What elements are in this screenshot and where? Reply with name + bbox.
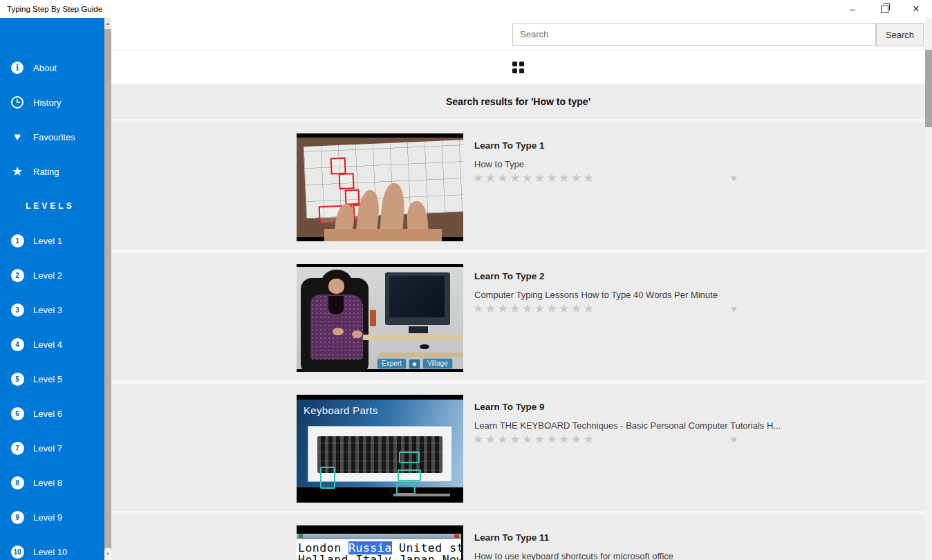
close-icon: × <box>913 3 919 15</box>
results-header: Search results for 'How to type' <box>446 96 590 107</box>
thumbnail-photo: Keyboard Parts <box>297 400 463 487</box>
sidebar-item-level-9[interactable]: 9 Level 9 <box>0 500 104 534</box>
favourite-heart-icon[interactable]: ♥ <box>731 172 737 184</box>
result-subtitle: Computer Typing Lessons How to Type 40 W… <box>474 290 718 300</box>
thumbnail-photo <box>297 138 463 237</box>
level-2-icon: 2 <box>10 268 24 282</box>
view-toolbar <box>111 50 925 84</box>
result-title[interactable]: Learn To Type 1 <box>474 140 545 151</box>
thumbnail-photo: London Russia United st Holland Italy Ja… <box>297 534 463 560</box>
rating-stars[interactable]: ★★★★★★★★★★ <box>473 301 595 316</box>
result-row: London Russia United st Holland Italy Ja… <box>111 514 925 560</box>
history-icon <box>10 95 24 109</box>
slide-caption: Keyboard Parts <box>304 404 378 416</box>
sidebar-item-level-2[interactable]: 2 Level 2 <box>0 258 104 292</box>
level-4-icon: 4 <box>10 337 24 351</box>
sidebar-item-level-3[interactable]: 3 Level 3 <box>0 292 104 327</box>
scroll-up-icon[interactable]: ▲ <box>104 18 111 29</box>
result-thumbnail-keyboard-fingers[interactable] <box>297 133 463 241</box>
sidebar-item-label: Level 7 <box>33 443 62 454</box>
minimize-icon: – <box>850 3 855 15</box>
grid-view-icon[interactable] <box>512 62 524 73</box>
sidebar-scrollbar[interactable]: ▲ ▼ <box>104 18 111 560</box>
result-row: Expert ◆ Village Learn To Type 2 Compute… <box>111 253 925 380</box>
sidebar-item-level-7[interactable]: 7 Level 7 <box>0 431 104 465</box>
level-3-icon: 3 <box>10 303 24 317</box>
result-title[interactable]: Learn To Type 2 <box>474 271 545 281</box>
diamond-icon: ◆ <box>409 359 420 369</box>
thumbnail-photo: Expert ◆ Village <box>297 267 463 369</box>
result-row: Keyboard Parts Learn To Type 9 Learn THE… <box>111 384 925 511</box>
sidebar-nav: i About History ♥ Favourites ★ Rating LE… <box>0 50 104 560</box>
result-subtitle: How to Type <box>474 159 524 169</box>
sidebar-item-level-6[interactable]: 6 Level 6 <box>0 396 104 431</box>
level-8-icon: 8 <box>10 476 24 489</box>
window-title: Typing Step By Step Guide <box>7 0 102 18</box>
favourite-heart-icon[interactable]: ♥ <box>731 433 737 445</box>
sidebar-item-label: Level 5 <box>33 374 62 384</box>
sidebar-item-favourites[interactable]: ♥ Favourites <box>0 120 104 154</box>
main-content: Search Search results for 'How to type' <box>111 18 925 560</box>
sidebar-item-label: Level 9 <box>33 512 62 523</box>
sidebar-item-label: Level 6 <box>33 409 62 419</box>
rating-stars[interactable]: ★★★★★★★★★★ <box>473 432 595 447</box>
level-10-icon: 10 <box>10 545 24 559</box>
minimize-button[interactable]: – <box>837 0 868 18</box>
results-header-row: Search results for 'How to type' <box>111 84 925 119</box>
level-1-icon: 1 <box>10 234 24 248</box>
sidebar-item-label: Favourites <box>33 132 75 142</box>
window-controls: – × <box>837 0 932 18</box>
result-subtitle: How to use keyboard shortcuts for micros… <box>474 551 673 560</box>
restore-button[interactable] <box>868 0 900 18</box>
sidebar-scrollbar-thumb[interactable] <box>104 29 111 549</box>
sidebar-item-level-8[interactable]: 8 Level 8 <box>0 465 104 500</box>
sidebar-item-level-5[interactable]: 5 Level 5 <box>0 362 104 396</box>
typing-words-text: London Russia United st Holland Italy Ja… <box>298 542 463 560</box>
info-icon: i <box>10 61 24 75</box>
sidebar-item-about[interactable]: i About <box>0 50 104 85</box>
results-list: Learn To Type 1 How to Type ★★★★★★★★★★ ♥ <box>111 119 925 560</box>
close-button[interactable]: × <box>900 0 932 18</box>
sidebar-item-level-10[interactable]: 10 Level 10 <box>0 534 104 560</box>
sidebar-item-label: Level 10 <box>33 547 67 557</box>
sidebar-item-label: About <box>33 63 57 73</box>
sidebar-item-label: Level 3 <box>33 305 62 315</box>
level-7-icon: 7 <box>10 441 24 455</box>
search-bar: Search <box>111 18 925 50</box>
search-input[interactable] <box>512 23 876 46</box>
result-thumbnail-typing-text[interactable]: London Russia United st Holland Italy Ja… <box>297 525 463 560</box>
scroll-down-icon[interactable]: ▼ <box>104 548 111 560</box>
level-6-icon: 6 <box>10 407 24 420</box>
mini-window-chrome <box>297 534 461 539</box>
sidebar-item-label: Level 1 <box>33 236 62 246</box>
sidebar-item-label: Rating <box>33 167 59 177</box>
result-title[interactable]: Learn To Type 9 <box>474 402 545 412</box>
result-thumbnail-keyboard-parts[interactable]: Keyboard Parts <box>297 395 463 503</box>
star-icon: ★ <box>10 165 24 178</box>
levels-section-label: LEVELS <box>0 189 104 223</box>
result-thumbnail-presenter[interactable]: Expert ◆ Village <box>297 264 463 372</box>
result-row: Learn To Type 1 How to Type ★★★★★★★★★★ ♥ <box>111 122 925 250</box>
result-title[interactable]: Learn To Type 11 <box>474 532 549 543</box>
sidebar: i About History ♥ Favourites ★ Rating LE… <box>0 18 104 560</box>
sidebar-item-label: Level 8 <box>33 478 62 488</box>
level-5-icon: 5 <box>10 372 24 386</box>
keyboard-image <box>317 436 442 473</box>
rating-stars[interactable]: ★★★★★★★★★★ <box>473 171 595 185</box>
sidebar-item-level-1[interactable]: 1 Level 1 <box>0 223 104 258</box>
sidebar-item-history[interactable]: History <box>0 85 104 120</box>
restore-icon <box>881 6 888 13</box>
sidebar-item-label: Level 2 <box>33 270 62 281</box>
level-9-icon: 9 <box>10 510 24 524</box>
main-scrollbar[interactable] <box>925 18 932 560</box>
main-scrollbar-thumb[interactable] <box>925 50 932 127</box>
heart-icon: ♥ <box>10 130 24 144</box>
result-subtitle: Learn THE KEYBOARD Techniques - Basic Pe… <box>474 420 781 431</box>
sidebar-item-rating[interactable]: ★ Rating <box>0 154 104 189</box>
search-button[interactable]: Search <box>876 23 924 46</box>
sidebar-item-label: History <box>33 97 61 108</box>
favourite-heart-icon[interactable]: ♥ <box>731 303 737 315</box>
sidebar-item-label: Level 4 <box>33 339 62 350</box>
titlebar: Typing Step By Step Guide – × <box>0 0 932 18</box>
sidebar-item-level-4[interactable]: 4 Level 4 <box>0 327 104 362</box>
